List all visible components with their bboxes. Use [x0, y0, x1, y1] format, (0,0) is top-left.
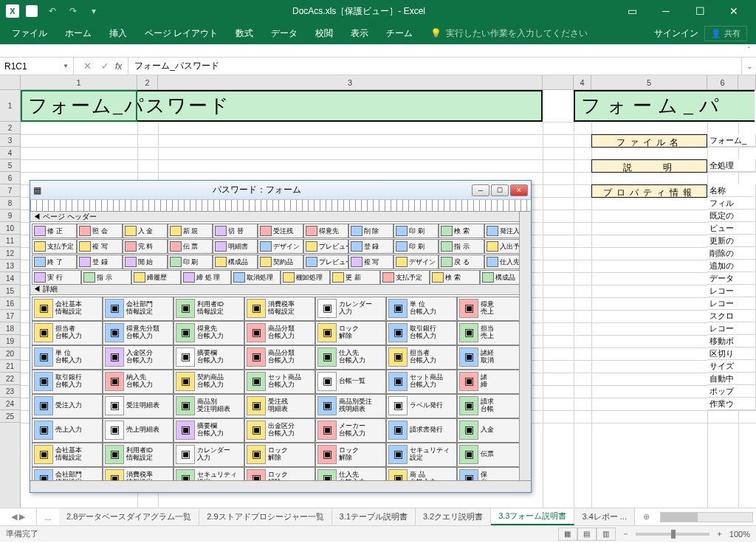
data-cell[interactable]: サイズ [707, 360, 756, 373]
form-toolbar-button[interactable]: 取消処理 [231, 270, 281, 285]
form-icon-button[interactable]: ▣ロック 解除 [244, 467, 315, 481]
form-icon-button[interactable]: ▣納入先 台帳入力 [103, 370, 173, 394]
form-toolbar-button[interactable]: 登 録 [348, 239, 394, 254]
form-toolbar-button[interactable]: 指 示 [439, 239, 484, 254]
row-header[interactable]: 19 [0, 335, 20, 347]
form-toolbar-button[interactable]: 明細書 [213, 239, 258, 254]
form-icon-button[interactable]: ▣仕入先 台帳入力 [315, 345, 386, 370]
undo-icon[interactable]: ↶ [44, 3, 61, 19]
sheet-tab[interactable]: 2.8データベースダイアグラム一覧 [59, 508, 199, 525]
form-icon-button[interactable]: ▣入金区分 台帳入力 [103, 345, 173, 370]
form-toolbar-button[interactable]: 構成品 [213, 255, 258, 269]
sheet-tab[interactable]: 3.2クエリ説明書 [416, 508, 491, 525]
col-header[interactable]: 1 [21, 75, 137, 89]
view-page-layout-icon[interactable]: ▤ [577, 528, 597, 541]
name-box[interactable]: R1C1▼ [0, 58, 74, 75]
data-cell[interactable]: 追加の [707, 260, 756, 272]
form-toolbar-button[interactable]: 登 録 [77, 255, 122, 269]
form-toolbar-button[interactable]: 受注残 [258, 224, 303, 238]
col-header[interactable]: 4 [574, 75, 591, 89]
form-icon-button[interactable]: ▣保 台 [457, 467, 528, 481]
form-icon-button[interactable]: ▣担当 売上 [457, 321, 528, 345]
row-header[interactable]: 5 [0, 159, 20, 172]
data-cell[interactable]: データ [707, 272, 756, 285]
form-icon-button[interactable]: ▣消費税率 情報設定 [103, 467, 173, 481]
form-icon-button[interactable]: ▣利用者ID 情報設定 [173, 297, 244, 321]
collapse-ribbon-icon[interactable]: ˇ [748, 46, 750, 55]
form-icon-button[interactable]: ▣得意先 台帳入力 [173, 321, 244, 345]
form-icon-button[interactable]: ▣利用者ID 情報設定 [103, 443, 173, 467]
form-icon-button[interactable]: ▣台帳一覧 [315, 370, 386, 394]
cancel-formula-icon[interactable]: ✕ [80, 60, 94, 72]
form-toolbar-button[interactable]: 締履歴 [131, 270, 181, 285]
row-header[interactable]: 21 [0, 360, 20, 373]
form-icon-button[interactable]: ▣入金 [457, 418, 528, 443]
form-icon-button[interactable]: ▣会社基本 情報設定 [32, 297, 103, 321]
row-header[interactable]: 17 [0, 310, 20, 322]
row-header[interactable]: 8 [0, 197, 20, 210]
zoom-out-button[interactable]: － [622, 528, 630, 539]
tab-team[interactable]: チーム [377, 22, 422, 44]
form-toolbar-button[interactable]: 得意先 [303, 224, 348, 238]
form-icon-button[interactable]: ▣単 位 台帳入力 [386, 297, 457, 321]
form-icon-button[interactable]: ▣売上明細表 [103, 418, 173, 443]
data-cell[interactable]: レコー [707, 322, 756, 335]
chevron-down-icon[interactable]: ▼ [63, 63, 69, 69]
form-icon-button[interactable]: ▣担当者 台帳入力 [386, 345, 457, 370]
row-header[interactable]: 2 [0, 122, 20, 134]
row-header[interactable]: 12 [0, 247, 20, 260]
expand-formula-icon[interactable]: ⌄ [741, 58, 756, 75]
data-cell[interactable]: スクロ [707, 310, 756, 322]
form-toolbar-button[interactable]: 締 処 理 [181, 270, 230, 285]
fx-icon[interactable]: fx [115, 61, 122, 72]
form-icon-button[interactable]: ▣ラベル発行 [386, 394, 457, 418]
form-icon-button[interactable]: ▣消費税率 情報設定 [244, 297, 315, 321]
maximize-button[interactable]: ☐ [684, 0, 716, 22]
form-icon-button[interactable]: ▣ロック 解除 [244, 443, 315, 467]
data-cell[interactable]: 名称 [707, 184, 756, 197]
label-cell-prop_info[interactable]: プロパティ情報 [591, 184, 707, 198]
row-header[interactable]: 18 [0, 322, 20, 335]
form-toolbar-button[interactable]: 検 索 [430, 270, 479, 285]
row-header[interactable]: 15 [0, 285, 20, 297]
form-icon-button[interactable]: ▣諸経 取消 [457, 345, 528, 370]
form-icon-button[interactable]: ▣セキュリティ 設定 [173, 467, 244, 481]
form-icon-button[interactable]: ▣得意先分類 台帳入力 [103, 321, 173, 345]
form-toolbar-button[interactable]: 更 新 [330, 270, 379, 285]
label-cell-file_name[interactable]: ファイル名 [591, 134, 707, 148]
title-cell-2[interactable]: フォーム_パスワー [574, 90, 755, 122]
form-toolbar-button[interactable]: 印 刷 [394, 239, 439, 254]
form-toolbar-button[interactable]: 複 写 [77, 239, 122, 254]
form-maximize-button[interactable]: ☐ [491, 184, 509, 196]
row-header[interactable]: 9 [0, 210, 20, 222]
data-cell[interactable]: フィル [707, 197, 756, 210]
col-header[interactable] [738, 75, 756, 89]
form-icon-button[interactable]: ▣受注入力 [32, 394, 103, 418]
form-icon-button[interactable]: ▣担当者 台帳入力 [32, 321, 103, 345]
form-design-window[interactable]: ▦ パスワード：フォーム ─ ☐ ✕ ◀ ページ ヘッダー 修 正照 会入 金新… [30, 180, 532, 493]
form-minimize-button[interactable]: ─ [472, 184, 489, 196]
tab-insert[interactable]: 挿入 [100, 22, 136, 44]
row-header[interactable]: 1 [0, 90, 20, 122]
col-header[interactable]: 2 [137, 75, 158, 89]
data-cell[interactable]: 自動中 [707, 373, 756, 385]
form-toolbar-button[interactable]: 支払予定 [32, 239, 77, 254]
tab-home[interactable]: ホーム [56, 22, 100, 44]
form-toolbar-button[interactable]: 棚卸処理 [281, 270, 330, 285]
page-header-section[interactable]: ◀ ページ ヘッダー [30, 212, 531, 222]
form-icon-button[interactable]: ▣商品別受注 残明細表 [315, 394, 386, 418]
form-v-scrollbar[interactable] [519, 212, 531, 480]
tell-me-text[interactable]: 実行したい作業を入力してください [446, 27, 588, 40]
qat-customize-icon[interactable]: ▾ [86, 3, 102, 19]
form-toolbar-button[interactable]: 修 正 [32, 224, 77, 238]
sheet-tab[interactable]: 3.1テーブル説明書 [332, 508, 416, 525]
form-icon-button[interactable]: ▣受注残 明細表 [244, 394, 315, 418]
row-header[interactable]: 23 [0, 385, 20, 398]
form-icon-button[interactable]: ▣商品分類 台帳入力 [244, 345, 315, 370]
row-header[interactable]: 13 [0, 260, 20, 272]
form-icon-button[interactable]: ▣受注明細表 [103, 394, 173, 418]
form-icon-button[interactable]: ▣セット商品 台帳入力 [386, 370, 457, 394]
form-toolbar-button[interactable]: 照 会 [77, 224, 122, 238]
redo-icon[interactable]: ↷ [65, 3, 81, 19]
form-icon-button[interactable]: ▣商品分類 台帳入力 [244, 321, 315, 345]
